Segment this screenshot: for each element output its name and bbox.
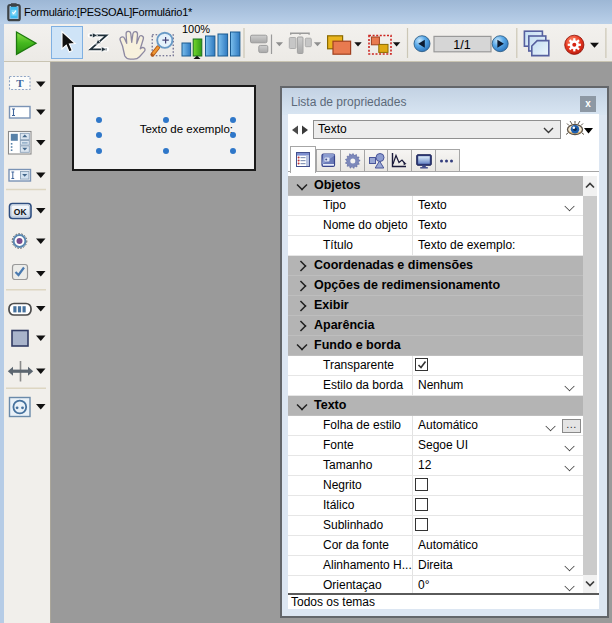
svg-text:OK: OK [14, 207, 28, 217]
svg-text:100%: 100% [182, 24, 210, 35]
svg-text:T: T [16, 77, 24, 89]
svg-text:1/1: 1/1 [453, 38, 470, 52]
